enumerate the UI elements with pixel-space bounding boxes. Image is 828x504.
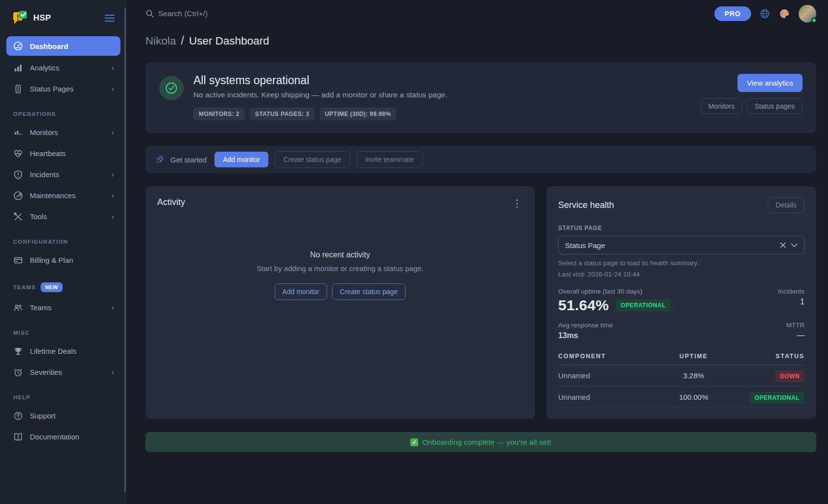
sidebar-item-monitors[interactable]: Monitors › [6, 122, 120, 143]
chevron-right-icon: › [111, 303, 114, 312]
app-logo-row: HSP [0, 6, 127, 36]
component-name-cell: Unnamed [558, 387, 657, 408]
sidebar-item-label: Maintenances [30, 191, 104, 200]
sidebar-item-label: Monitors [30, 128, 104, 137]
invite-teammate-button[interactable]: Invite teammate [356, 151, 423, 168]
sidebar-item-support[interactable]: Support [6, 405, 120, 426]
new-badge: NEW [41, 282, 62, 292]
onboarding-banner: ✓ Onboarding complete — you’re all set! [145, 432, 816, 452]
overall-uptime-value: 51.64% [558, 297, 609, 314]
components-table: COMPONENT UPTIME STATUS Unnamed 3.28% DO… [558, 349, 804, 408]
sidebar-item-label: Teams [30, 303, 104, 312]
get-started-label: Get started [170, 156, 207, 164]
mttr-value: — [786, 331, 805, 340]
hero-subtitle: No active incidents. Keep shipping — add… [193, 91, 691, 99]
get-started-bar: Get started Add monitor Create status pa… [145, 146, 816, 173]
sidebar-item-label: Incidents [30, 170, 104, 179]
sidebar-item-documentation[interactable]: Documentation [6, 426, 120, 447]
empty-create-status-page-button[interactable]: Create status page [332, 283, 405, 300]
sidebar-item-label: Tools [30, 212, 104, 221]
monitor-bars-icon [13, 128, 23, 137]
table-row[interactable]: Unnamed 3.28% DOWN [558, 365, 804, 387]
add-monitor-button[interactable]: Add monitor [214, 152, 268, 167]
sidebar-item-maintenances[interactable]: Maintenances › [6, 185, 120, 206]
theme-palette-icon[interactable] [779, 8, 790, 20]
monitors-button[interactable]: Monitors [701, 98, 743, 114]
empty-add-monitor-button[interactable]: Add monitor [275, 283, 327, 300]
heartbeat-icon [13, 149, 23, 159]
sidebar-scrollbar[interactable] [124, 8, 126, 492]
activity-title: Activity [157, 197, 523, 207]
clear-selection-icon[interactable] [780, 242, 786, 248]
operational-status-badge: OPERATIONAL [750, 392, 804, 404]
people-icon [13, 303, 23, 313]
avg-response-label: Avg response time [558, 321, 613, 329]
sidebar-item-heartbeats[interactable]: Heartbeats [6, 143, 120, 164]
status-hero-card: All systems operational No active incide… [145, 62, 816, 133]
sidebar-item-teams[interactable]: Teams › [6, 297, 120, 318]
sidebar-item-label: Lifetime Deals [30, 347, 114, 355]
hero-title: All systems operational [193, 74, 691, 87]
chevron-down-icon[interactable] [791, 243, 798, 248]
chevron-right-icon: › [111, 191, 114, 200]
sidebar-section-misc: MISC [13, 330, 127, 336]
section-label: CONFIGURATION [13, 239, 68, 245]
hamburger-menu-icon[interactable] [103, 13, 116, 23]
sidebar-section-help: HELP [13, 394, 127, 400]
incidents-value: 1 [778, 298, 804, 306]
sidebar-item-billing-plan[interactable]: Teams Billing & Plan [6, 250, 120, 271]
check-emoji-icon: ✓ [410, 438, 418, 446]
breadcrumb-parent[interactable]: Nikola [145, 35, 176, 47]
create-status-page-button[interactable]: Create status page [275, 151, 350, 168]
details-button[interactable]: Details [768, 197, 804, 213]
mttr-label: MTTR [786, 321, 805, 329]
section-label: TEAMS [13, 284, 36, 290]
sidebar-item-severities[interactable]: Severities › [6, 362, 120, 383]
wrench-circle-icon [13, 191, 23, 201]
sidebar-item-label: Severities [30, 368, 104, 376]
sidebar-item-tools[interactable]: Tools › [6, 206, 120, 227]
sidebar-item-label: Dashboard [30, 42, 114, 50]
search-box[interactable] [145, 9, 714, 18]
pro-plan-badge[interactable]: PRO [714, 6, 751, 21]
user-avatar[interactable] [799, 5, 816, 23]
main-content: PRO Nikola / User Dashboard All systems … [127, 0, 828, 504]
view-analytics-button[interactable]: View analytics [737, 74, 803, 92]
sidebar-item-lifetime-deals[interactable]: Lifetime Deals [6, 341, 120, 362]
table-row[interactable]: Unnamed 100.00% OPERATIONAL [558, 387, 804, 408]
topbar: PRO [145, 0, 816, 27]
column-header-uptime: UPTIME [657, 349, 731, 365]
trophy-icon [13, 346, 23, 356]
search-input[interactable] [158, 9, 305, 18]
chevron-right-icon: › [111, 368, 114, 376]
sidebar-item-dashboard[interactable]: Dashboard [6, 36, 120, 56]
topbar-right: PRO [714, 5, 816, 23]
sidebar-item-status-pages[interactable]: Status Pages › [6, 78, 120, 99]
traffic-light-icon [13, 84, 23, 94]
sidebar-item-label: Support [30, 412, 114, 420]
component-uptime-cell: 3.28% [657, 365, 731, 387]
search-icon [145, 9, 154, 18]
sidebar-section-configuration: CONFIGURATION [13, 239, 127, 245]
sidebar-item-analytics[interactable]: Analytics › [6, 57, 120, 78]
status-page-select-label: STATUS PAGE [558, 225, 804, 231]
chevron-right-icon: › [111, 212, 114, 221]
kebab-menu-icon[interactable] [514, 197, 520, 210]
check-circle-icon [159, 76, 184, 100]
service-health-card: Service health Details STATUS PAGE Statu… [546, 186, 816, 419]
activity-card: Activity No recent activity Start by add… [145, 186, 535, 419]
globe-icon[interactable] [759, 8, 770, 19]
breadcrumb-separator: / [181, 34, 184, 47]
select-helper-text: Select a status page to load its health … [558, 259, 804, 267]
page-title: User Dashboard [189, 35, 269, 47]
sidebar-item-incidents[interactable]: Incidents › [6, 164, 120, 185]
status-page-select[interactable]: Status Page [558, 236, 804, 254]
column-header-component: COMPONENT [558, 349, 657, 365]
activity-empty-state: No recent activity Start by adding a mon… [157, 251, 523, 300]
onboarding-banner-text: Onboarding complete — you’re all set! [422, 438, 551, 447]
status-page-select-value: Status Page [565, 241, 780, 250]
online-status-dot [811, 18, 817, 23]
sidebar-section-teams: TEAMS NEW [13, 282, 127, 292]
status-pages-button[interactable]: Status pages [747, 98, 803, 114]
bar-chart-icon [13, 63, 23, 73]
